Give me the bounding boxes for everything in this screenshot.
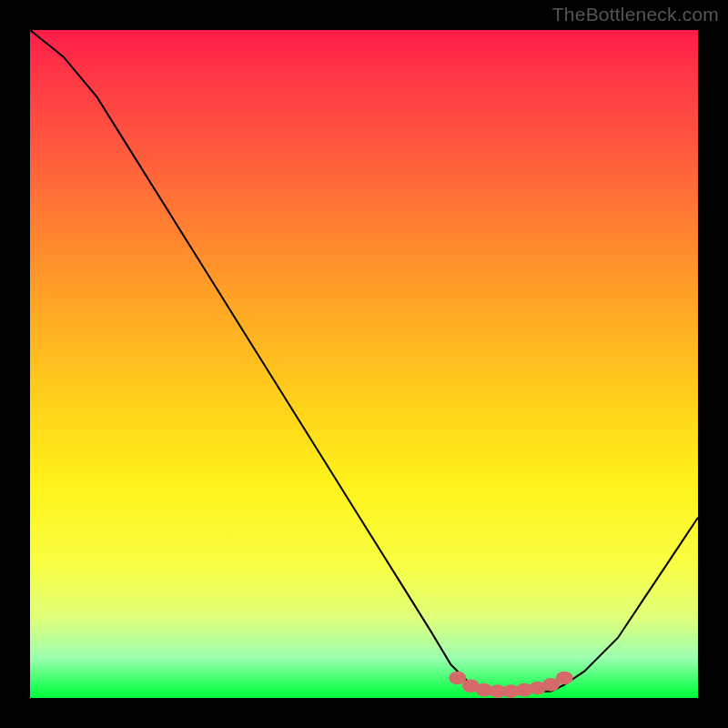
chart-svg (30, 30, 698, 698)
highlight-dot (556, 672, 573, 685)
plot-area (30, 30, 698, 698)
watermark-text: TheBottleneck.com (552, 4, 719, 25)
bottleneck-curve (30, 30, 698, 692)
highlight-dots (449, 672, 573, 698)
chart-frame: TheBottleneck.com (0, 0, 728, 728)
